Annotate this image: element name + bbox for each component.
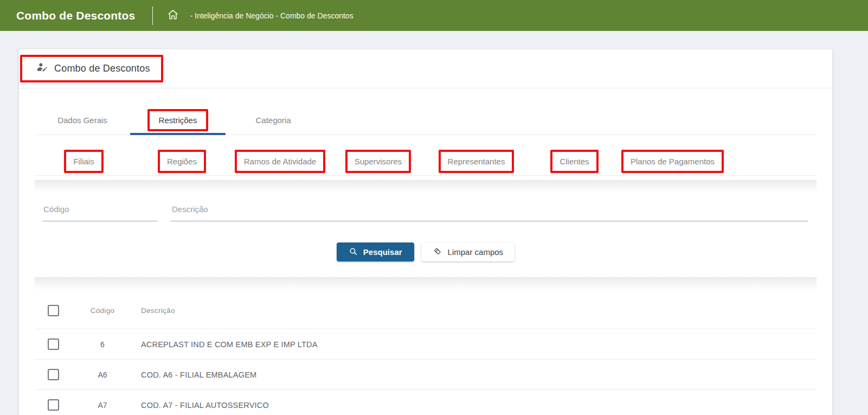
user-edit-icon	[36, 62, 48, 75]
codigo-input[interactable]	[42, 203, 157, 221]
row-checkbox-cell	[35, 369, 67, 380]
subtab-label: Planos de Pagamentos	[631, 157, 715, 166]
row-descricao: ACREPLAST IND E COM EMB EXP E IMP LTDA	[138, 340, 816, 349]
subtab-supervisores[interactable]: Supervisores	[329, 147, 427, 175]
clear-fields-button-label: Limpar campos	[448, 247, 504, 257]
subtab-label: Supervisores	[355, 157, 402, 166]
table-row[interactable]: A7 COD. A7 - FILIAL AUTOSSERVICO	[35, 390, 816, 415]
subtab-annotation-box: Clientes	[550, 150, 598, 173]
codigo-column-header: Código	[67, 307, 138, 315]
descricao-column-header: Descrição	[138, 307, 816, 315]
search-icon	[349, 247, 358, 258]
subtab-clientes[interactable]: Clientes	[525, 147, 623, 175]
filter-form	[35, 203, 816, 221]
row-codigo: A6	[67, 371, 138, 379]
page-title: Combo de Descontos	[54, 63, 150, 74]
eraser-icon	[433, 246, 442, 258]
row-checkbox[interactable]	[48, 399, 59, 411]
subtab-annotation-box: Ramos de Atividade	[235, 150, 325, 173]
card-title-row: Combo de Descontos	[19, 49, 832, 88]
actions-row: Pesquisar Limpar campos	[35, 242, 816, 261]
tab-label: Categoria	[255, 116, 291, 125]
subtab-label: Ramos de Atividade	[244, 157, 316, 166]
search-button[interactable]: Pesquisar	[337, 242, 414, 261]
app-title: Combo de Descontos	[16, 9, 135, 22]
subtab-annotation-box: Planos de Pagamentos	[621, 150, 724, 173]
page-title-annotation-box: Combo de Descontos	[20, 55, 163, 82]
top-bar: Combo de Descontos - Inteligência de Neg…	[0, 0, 868, 31]
subtab-label: Representantes	[448, 157, 505, 166]
results-table: Código Descrição 6 ACREPLAST IND E COM E…	[35, 292, 816, 415]
section-divider-strip	[35, 277, 816, 289]
subtab-annotation-box: Regiões	[158, 150, 206, 173]
tab-dados-gerais[interactable]: Dados Gerais	[35, 106, 130, 135]
select-all-cell	[35, 305, 67, 316]
select-all-checkbox[interactable]	[48, 305, 59, 316]
subtab-representantes[interactable]: Representantes	[427, 147, 525, 175]
subtab-ramos-de-atividade[interactable]: Ramos de Atividade	[231, 147, 329, 175]
subtab-bar: Filiais Regiões Ramos de Atividade Super…	[35, 147, 816, 176]
row-checkbox-cell	[35, 339, 67, 350]
tab-label: Dados Gerais	[57, 116, 107, 125]
subtab-annotation-box: Filiais	[64, 150, 103, 173]
home-icon	[167, 9, 179, 23]
row-checkbox[interactable]	[48, 369, 59, 380]
subtab-filiais[interactable]: Filiais	[35, 147, 133, 175]
search-button-label: Pesquisar	[363, 247, 402, 257]
subtab-annotation-box: Supervisores	[345, 150, 412, 173]
breadcrumb: - Inteligência de Negócio - Combo de Des…	[190, 11, 353, 20]
subtab-label: Regiões	[167, 157, 197, 166]
descricao-input[interactable]	[171, 203, 808, 221]
subtab-annotation-box: Representantes	[439, 150, 515, 173]
row-descricao: COD. A7 - FILIAL AUTOSSERVICO	[138, 401, 816, 410]
subtab-label: Clientes	[560, 157, 589, 166]
topbar-divider	[152, 7, 153, 25]
subtab-regioes[interactable]: Regiões	[133, 147, 231, 175]
row-descricao: COD. A6 - FILIAL EMBALAGEM	[138, 371, 816, 379]
table-row[interactable]: 6 ACREPLAST IND E COM EMB EXP E IMP LTDA	[35, 329, 816, 359]
table-header-row: Código Descrição	[35, 292, 816, 329]
row-codigo: 6	[67, 340, 138, 349]
section-divider-strip	[35, 180, 816, 192]
main-card: Combo de Descontos Dados Gerais Restriçõ…	[19, 49, 832, 415]
home-button[interactable]	[167, 9, 179, 23]
subtab-label: Filiais	[73, 157, 94, 166]
card-content: Dados Gerais Restrições Categoria Filiai…	[19, 106, 832, 415]
active-tab-underline	[130, 133, 226, 135]
row-checkbox[interactable]	[48, 339, 59, 350]
table-row[interactable]: A6 COD. A6 - FILIAL EMBALAGEM	[35, 359, 816, 390]
tab-bar: Dados Gerais Restrições Categoria	[35, 106, 816, 135]
tab-restricoes[interactable]: Restrições	[130, 106, 226, 135]
tab-restricoes-annotation-box: Restrições	[147, 109, 209, 131]
row-codigo: A7	[67, 401, 138, 410]
tab-label: Restrições	[159, 116, 197, 125]
clear-fields-button[interactable]: Limpar campos	[421, 242, 515, 261]
tab-categoria[interactable]: Categoria	[226, 106, 321, 135]
row-checkbox-cell	[35, 399, 67, 411]
subtab-planos-de-pagamentos[interactable]: Planos de Pagamentos	[623, 147, 722, 175]
